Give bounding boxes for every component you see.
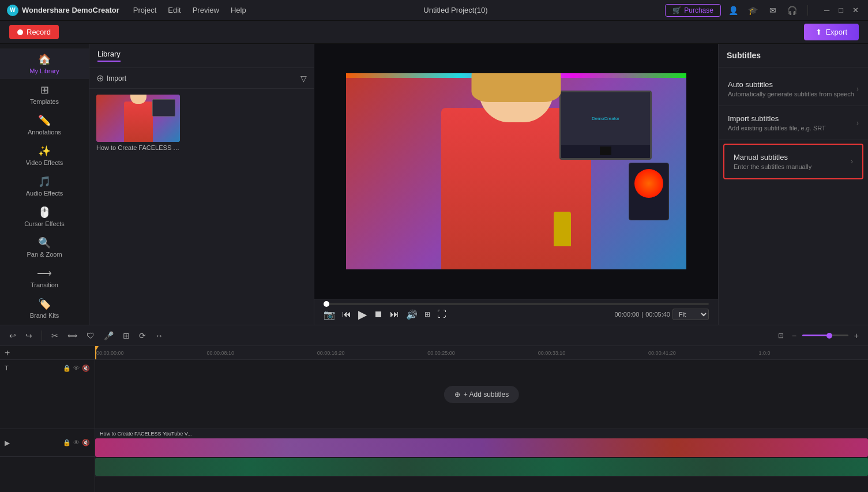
sidebar-item-my-library[interactable]: 🏠 My Library (0, 48, 89, 79)
stop-button[interactable]: ⏹ (374, 309, 383, 320)
subtitle-track-label: T 🔒 👁 🔇 (0, 360, 95, 429)
subtitle-mute-icon[interactable]: 🔇 (82, 365, 90, 372)
step-back-button[interactable]: ⏮ (342, 309, 351, 320)
sidebar-item-brand-kits[interactable]: 🏷️ Brand Kits (0, 293, 89, 324)
import-subtitles-option[interactable]: Import subtitles Add existing subtitles … (719, 106, 868, 140)
templates-icon: ⊞ (40, 84, 49, 96)
playhead-arrow (95, 346, 99, 351)
sidebar-item-stickers[interactable]: 😊 Stickers (0, 324, 89, 325)
toolbar-separator-1 (42, 330, 42, 341)
ruler-marks: 00:00:00:00 00:00:08:10 00:00:16:20 00:0… (95, 350, 868, 356)
library-toolbar: ⊕ Import ▽ (89, 68, 314, 89)
record-button[interactable]: Record (9, 25, 59, 39)
top-bar: W Wondershare DemoCreator Project Edit P… (0, 0, 868, 21)
sidebar-item-annotations[interactable]: ✏️ Annotations (0, 110, 89, 140)
volume-button[interactable]: 🔊 (406, 309, 418, 320)
sidebar-label-templates: Templates (30, 98, 59, 105)
graduation-icon[interactable]: 🎓 (746, 3, 760, 17)
export-button[interactable]: ⬆ Export (804, 24, 859, 40)
progress-bar-row (324, 303, 709, 305)
subtitle-visibility-icon[interactable]: 👁 (73, 365, 80, 372)
fullscreen-button[interactable]: ⛶ (437, 309, 446, 320)
media-thumbnail[interactable]: ▶ How to Create FACELESS Yo... (96, 95, 180, 151)
nav-project[interactable]: Project (133, 6, 156, 14)
audio-effects-icon: 🎵 (38, 175, 51, 188)
link-button[interactable]: ⟳ (137, 330, 148, 341)
shield-button[interactable]: 🛡 (84, 330, 97, 341)
sidebar-item-templates[interactable]: ⊞ Templates (0, 79, 89, 110)
auto-subtitles-desc: Automatically generate subtitles from sp… (728, 91, 854, 97)
sidebar-item-audio-effects[interactable]: 🎵 Audio Effects (0, 171, 89, 201)
subtitles-panel: Subtitles Auto subtitles Automatically g… (718, 44, 868, 325)
zoom-controls: ⊡ − + (776, 330, 861, 341)
video-frame: DemoCreator (346, 73, 686, 269)
screenshot-button[interactable]: 📷 (324, 309, 335, 320)
nav-edit[interactable]: Edit (168, 6, 181, 14)
timeline-scroll-area[interactable]: 00:00:00:00 00:00:08:10 00:00:16:20 00:0… (95, 346, 868, 492)
sidebar-item-transition[interactable]: ⟶ Transition (0, 262, 89, 293)
video-preview: DemoCreator (314, 44, 718, 325)
video-mute-icon[interactable]: 🔇 (82, 439, 90, 446)
mic-button[interactable]: 🎤 (102, 330, 116, 341)
brand-kits-icon: 🏷️ (38, 298, 51, 310)
zoom-slider[interactable] (802, 335, 848, 336)
nav-help[interactable]: Help (231, 6, 246, 14)
filter-icon[interactable]: ▽ (300, 74, 307, 83)
video-effects-icon: ✨ (38, 145, 51, 157)
resize-button[interactable]: ↔ (153, 330, 166, 341)
minimize-button[interactable]: ─ (822, 6, 832, 14)
manual-subtitles-desc: Enter the subtitles manually (734, 163, 811, 170)
window-controls: ─ □ ✕ (822, 6, 861, 14)
add-track-header: + (0, 346, 95, 360)
subtitle-lock-icon[interactable]: 🔒 (63, 365, 71, 372)
sidebar-label-audio-effects: Audio Effects (26, 190, 63, 197)
video-track-icons: 🔒 👁 🔇 (63, 439, 90, 446)
mail-icon[interactable]: ✉ (766, 3, 780, 17)
maximize-button[interactable]: □ (836, 6, 846, 14)
subtitle-track-row: ⊕ + Add subtitles (95, 360, 868, 429)
zoom-out-button[interactable]: − (790, 330, 799, 341)
close-button[interactable]: ✕ (850, 6, 861, 14)
redo-button[interactable]: ↪ (23, 330, 35, 341)
video-clip-label: How to Create FACELESS YouTube V... (100, 431, 191, 437)
transition-icon: ⟶ (37, 267, 52, 280)
user-icon[interactable]: 👤 (727, 3, 741, 17)
auto-subtitles-option[interactable]: Auto subtitles Automatically generate su… (719, 72, 868, 106)
sidebar-item-cursor-effects[interactable]: 🖱️ Cursor Effects (0, 201, 89, 232)
timeline: ↩ ↪ ✂ ⟺ 🛡 🎤 ⊞ ⟳ ↔ ⊡ − + + T 🔒 👁 (0, 325, 868, 492)
fit-timeline-button[interactable]: ⊡ (776, 330, 786, 341)
grid-button[interactable]: ⊞ (121, 330, 132, 341)
step-forward-button[interactable]: ⏭ (390, 309, 399, 320)
subtitle-track-icons: 🔒 👁 🔇 (63, 365, 90, 372)
progress-track[interactable] (324, 303, 709, 305)
auto-subtitles-title: Auto subtitles (728, 80, 854, 89)
progress-thumb[interactable] (324, 301, 329, 307)
library-panel: Library ⊕ Import ▽ ▶ (89, 44, 314, 325)
timeline-ruler: 00:00:00:00 00:00:08:10 00:00:16:20 00:0… (95, 346, 868, 360)
crop-button[interactable]: ✂ (49, 330, 61, 341)
project-title: Untitled Project(10) (246, 6, 666, 14)
video-lock-icon[interactable]: 🔒 (63, 439, 71, 446)
manual-subtitles-option[interactable]: Manual subtitles Enter the subtitles man… (723, 144, 863, 179)
video-visibility-icon[interactable]: 👁 (73, 439, 80, 446)
playhead[interactable] (95, 346, 96, 359)
library-tab[interactable]: Library (97, 50, 121, 62)
sidebar-label-video-effects: Video Effects (26, 159, 63, 166)
thumbnail-strip-fill (95, 438, 868, 457)
undo-button[interactable]: ↩ (7, 330, 18, 341)
play-button[interactable]: ▶ (358, 307, 367, 321)
split-button[interactable]: ⟺ (65, 330, 80, 341)
aspect-ratio-button[interactable]: ⊞ (424, 310, 430, 318)
sidebar-item-pan-zoom[interactable]: 🔍 Pan & Zoom (0, 232, 89, 262)
fit-select[interactable]: Fit 25% 50% 75% 100% (672, 309, 709, 320)
add-subtitles-button[interactable]: ⊕ + Add subtitles (444, 386, 519, 403)
main-nav: Project Edit Preview Help (133, 6, 246, 14)
nav-preview[interactable]: Preview (193, 6, 219, 14)
controls-row: 📷 ⏮ ▶ ⏹ ⏭ 🔊 ⊞ ⛶ 00:00:00 | 00:05:40 Fit … (324, 307, 709, 321)
sidebar-item-video-effects[interactable]: ✨ Video Effects (0, 140, 89, 171)
purchase-button[interactable]: 🛒 Purchase (665, 4, 721, 17)
zoom-in-button[interactable]: + (852, 330, 861, 341)
add-track-button[interactable]: + (5, 348, 10, 358)
support-icon[interactable]: 🎧 (786, 3, 799, 17)
import-button[interactable]: ⊕ Import (96, 73, 126, 84)
